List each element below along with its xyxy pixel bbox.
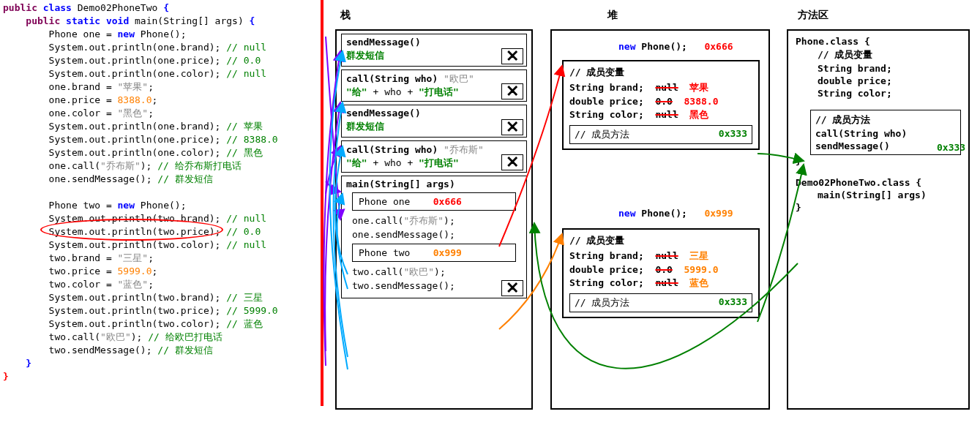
- code-line: System.out.println(one.color); // null: [0, 67, 322, 80]
- stack-panel: sendMessage() 群发短信 ✕ call(String who) "欧…: [335, 29, 533, 410]
- stack-label: 栈: [340, 9, 351, 22]
- var-two-box: Phone two 0x999: [352, 244, 516, 262]
- heap-object-2: // 成员变量 String brand; null 三星 double pri…: [562, 228, 760, 318]
- close-icon: ✕: [501, 280, 523, 296]
- code-line: System.out.println(two.price); // 5999.0: [0, 304, 322, 317]
- demo-class-block: Demo02PhoneTwo.class { main(String[] arg…: [788, 172, 968, 218]
- code-line: two.color = "蓝色";: [0, 278, 322, 291]
- code-line: one.call("乔布斯"); // 给乔布斯打电话: [0, 159, 322, 173]
- vertical-divider: [321, 0, 323, 406]
- code-line: }: [0, 357, 322, 370]
- heap-label: 堆: [607, 9, 618, 22]
- code-line: two.call("欧巴"); // 给欧巴打电话: [0, 331, 322, 344]
- code-line: }: [0, 370, 322, 383]
- stack-frame-main: main(String[] args) Phone one 0x666 one.…: [341, 176, 527, 298]
- code-line: public class Demo02PhoneTwo {: [0, 1, 322, 15]
- stack-frame-sendmessage-2: sendMessage() 群发短信 ✕: [341, 34, 527, 67]
- code-line: one.color = "黑色";: [0, 107, 322, 120]
- method-area-label: 方法区: [798, 9, 828, 22]
- code-line: one.price = 8388.0;: [0, 94, 322, 107]
- close-icon: ✕: [501, 119, 523, 135]
- heap-object-1: // 成员变量 String brand; null 苹果 double pri…: [562, 60, 760, 150]
- code-panel: public class Demo02PhoneTwo { public sta…: [0, 0, 322, 385]
- close-icon: ✕: [501, 83, 523, 99]
- code-line: two.brand = "三星";: [0, 252, 322, 265]
- code-line: one.sendMessage(); // 群发短信: [0, 173, 322, 186]
- code-line: System.out.println(two.color); // 蓝色: [0, 317, 322, 331]
- stack-frame-sendmessage-1: sendMessage() 群发短信 ✕: [341, 105, 527, 138]
- code-line: System.out.println(one.price); // 0.0: [0, 54, 322, 67]
- code-line: System.out.println(one.color); // 黑色: [0, 146, 322, 159]
- code-line: System.out.println(two.price); // 0.0: [0, 225, 322, 238]
- code-line: two.sendMessage(); // 群发短信: [0, 344, 322, 357]
- code-line: public static void main(String[] args) {: [0, 15, 322, 28]
- code-line: System.out.println(one.brand); // 苹果: [0, 120, 322, 133]
- phone-class-block: Phone.class { // 成员变量 String brand; doub…: [788, 31, 968, 172]
- stack-frame-call-2: call(String who) "欧巴" "给" + who + "打电话" …: [341, 69, 527, 102]
- code-line: System.out.println(two.color); // null: [0, 238, 322, 252]
- code-line: Phone two = new Phone();: [0, 199, 322, 212]
- heap-panel: // 成员变量 String brand; null 苹果 double pri…: [550, 29, 770, 410]
- method-area-panel: Phone.class { // 成员变量 String brand; doub…: [787, 29, 970, 410]
- code-line: Phone one = new Phone();: [0, 28, 322, 41]
- code-line: System.out.println(two.brand); // null: [0, 212, 322, 225]
- code-line: System.out.println(two.brand); // 三星: [0, 291, 322, 304]
- stack-frame-call-1: call(String who) "乔布斯" "给" + who + "打电话"…: [341, 140, 527, 173]
- code-line: System.out.println(one.price); // 8388.0: [0, 133, 322, 146]
- close-icon: ✕: [501, 154, 523, 170]
- code-line: one.brand = "苹果";: [0, 80, 322, 94]
- close-icon: ✕: [501, 48, 523, 64]
- code-line: [0, 186, 322, 199]
- var-one-box: Phone one 0x666: [352, 192, 516, 211]
- code-line: two.price = 5999.0;: [0, 265, 322, 278]
- code-line: System.out.println(one.brand); // null: [0, 41, 322, 54]
